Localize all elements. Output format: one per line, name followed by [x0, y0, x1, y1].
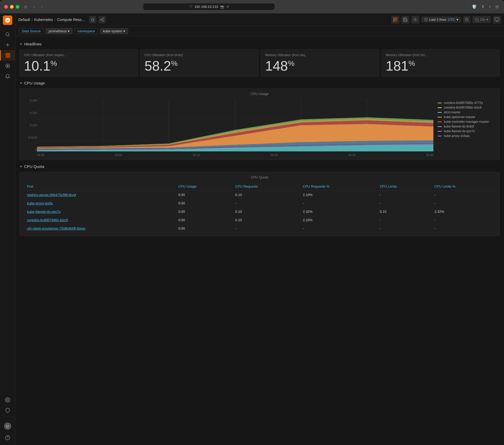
sidebar-item-add[interactable]: [0, 40, 15, 50]
sidebar-item-user[interactable]: U: [0, 420, 15, 432]
back-btn[interactable]: ‹: [32, 4, 36, 9]
stat-card-value-2: 148%: [265, 59, 375, 73]
shield-browser-btn[interactable]: 🛡️: [471, 3, 478, 10]
pod-name-2[interactable]: kube-flannel-ds-qsn7x: [24, 208, 175, 216]
chevron-down-icon-3: ▾: [68, 29, 70, 33]
minimize-button[interactable]: [10, 5, 14, 9]
legend-item-3[interactable]: kube-apiserver-master: [438, 115, 495, 119]
sidebar-item-alerting[interactable]: [0, 71, 15, 82]
legend-item-4[interactable]: kube-controller-manager-master: [438, 120, 495, 124]
maximize-button[interactable]: [16, 5, 19, 9]
pod-name-0[interactable]: metrics-server-85b475cf99-8nxjf: [24, 191, 175, 199]
cpu-quota-table: Pod CPU Usage CPU Requests CPU Requests …: [24, 182, 495, 233]
refresh-btn[interactable]: 10s ▾: [472, 16, 491, 23]
cpu-quota-section-header[interactable]: ▼ CPU Quota: [19, 164, 500, 169]
sidebar-item-dashboards[interactable]: [0, 50, 15, 61]
namespace-filter-tag[interactable]: namespace: [75, 28, 98, 34]
sidebar-item-settings[interactable]: [0, 395, 15, 405]
y-label-3: 0.0500: [24, 136, 37, 139]
new-tab-btn[interactable]: +: [488, 3, 492, 10]
datasource-filter-tag[interactable]: Data Source: [19, 28, 44, 34]
legend-item-6[interactable]: kube-flannel-ds-qsn7x: [438, 129, 495, 133]
breadcrumb-default[interactable]: Default: [18, 18, 30, 22]
cpu-requests-pct-1: -: [300, 199, 377, 208]
stat-card-3: Memory Utilisation (from lim... 181%: [381, 49, 500, 77]
cpu-usage-toggle-icon: ▼: [19, 81, 23, 85]
pod-name-4[interactable]: nfs-client-provisioner-75dfb4b5ff-6lxwv: [24, 224, 175, 233]
reload-icon[interactable]: ↺: [226, 5, 229, 9]
save-btn[interactable]: [401, 16, 409, 24]
breadcrumb-page: Compute Reso...: [57, 18, 85, 22]
cpu-requests-pct-0: 2.10%: [300, 191, 377, 199]
datasource-filter-label: Data Source: [22, 29, 41, 33]
col-header-cpu-limits-pct[interactable]: CPU Limits %: [431, 182, 495, 191]
pod-name-3[interactable]: coredns-6c8957686c-klzc8: [24, 216, 175, 224]
sidebar-item-shield[interactable]: [0, 405, 15, 416]
legend-label-4: kube-controller-manager-master: [444, 120, 489, 124]
tabs-btn[interactable]: ⊞: [494, 3, 500, 10]
sidebar: U: [0, 13, 15, 445]
time-range-btn[interactable]: Last 1 hour UTC ▾: [421, 17, 461, 23]
legend-item-5[interactable]: kube-flannel-ds-8v82f: [438, 125, 495, 128]
table-row: metrics-server-85b475cf99-8nxjf 0.00 0.1…: [24, 191, 495, 199]
col-header-cpu-limits[interactable]: CPU Limits: [377, 182, 431, 191]
headlines-section-header[interactable]: ▼ Headlines: [19, 42, 500, 46]
cpu-limits-4: -: [377, 224, 431, 233]
sidebar-item-search[interactable]: [0, 29, 15, 40]
breadcrumb-kubernetes[interactable]: Kubernetes: [34, 18, 53, 22]
legend-color-6: [438, 131, 442, 132]
col-header-cpu-requests-pct[interactable]: CPU Requests %: [300, 182, 377, 191]
cpu-requests-4: -: [232, 224, 300, 233]
tv-btn[interactable]: [493, 16, 501, 24]
y-label-0: 0.200: [24, 99, 37, 102]
y-label-4: 0: [24, 148, 37, 151]
share-dashboard-btn[interactable]: [98, 16, 106, 23]
address-text: 192.168.10.210: [195, 5, 218, 9]
traffic-lights: [4, 5, 19, 9]
svg-marker-10: [7, 65, 8, 67]
svg-point-1: [6, 33, 9, 36]
stat-card-value-1: 58.2%: [145, 59, 254, 73]
y-label-2: 0.100: [24, 124, 37, 127]
cpu-requests-3: 0.10: [232, 216, 300, 224]
svg-point-25: [415, 19, 416, 20]
pod-name-1[interactable]: kube-proxy-jsx8x: [24, 199, 175, 208]
x-label-0: 04:50: [37, 153, 44, 157]
svg-line-19: [102, 19, 103, 19]
svg-point-15: [103, 18, 104, 19]
legend-label-3: kube-apiserver-master: [444, 115, 475, 119]
stat-cards-row: CPU Utilisation (from reques... 10.1% CP…: [19, 49, 500, 77]
legend-item-7[interactable]: kube-proxy-2c6qw: [438, 134, 495, 138]
sidebar-item-explore[interactable]: [0, 61, 15, 71]
legend-color-1: [438, 107, 442, 108]
cpu-usage-section-header[interactable]: ▼ CPU Usage: [19, 81, 500, 85]
close-button[interactable]: [4, 5, 8, 9]
col-header-cpu-requests[interactable]: CPU Requests: [232, 182, 300, 191]
star-btn[interactable]: [89, 16, 96, 23]
datasource-dropdown[interactable]: prometheus ▾: [46, 28, 72, 34]
cpu-requests-pct-4: -: [300, 224, 377, 233]
col-header-cpu-usage[interactable]: CPU Usage: [175, 182, 232, 191]
forward-btn[interactable]: ›: [40, 4, 44, 9]
panel-add-btn[interactable]: [391, 16, 399, 24]
filterbar: Data Source prometheus ▾ namespace kube-…: [15, 26, 504, 36]
address-bar[interactable]: 🛡 192.168.10.210 📷 ↺: [143, 3, 275, 10]
legend-label-0: coredns-6c8957686c-4772x: [444, 101, 483, 105]
grafana-logo[interactable]: [3, 15, 12, 25]
cpu-usage-panel: CPU Usage 0.200 0.150 0.100 0.0500 0: [19, 88, 500, 160]
x-label-1: 05:00: [115, 153, 122, 157]
namespace-dropdown[interactable]: kube-system ▾: [100, 28, 128, 34]
legend-item-0[interactable]: coredns-6c8957686c-4772x: [438, 101, 495, 105]
sidebar-item-help[interactable]: [0, 432, 15, 443]
legend-label-6: kube-flannel-ds-qsn7x: [444, 129, 475, 133]
cpu-requests-0: 0.10: [232, 191, 300, 199]
legend-item-1[interactable]: coredns-6c8957686c-klzc8: [438, 106, 495, 109]
stat-card-title-3: Memory Utilisation (from lim...: [386, 53, 496, 57]
col-header-pod[interactable]: Pod: [24, 182, 175, 191]
sidebar-toggle-btn[interactable]: ⊟: [23, 4, 29, 9]
breadcrumb: Default / Kubernetes / Compute Reso...: [18, 18, 85, 22]
share-btn[interactable]: ⬆: [480, 3, 486, 10]
zoom-out-btn[interactable]: [463, 16, 470, 23]
legend-item-2[interactable]: etcd-master: [438, 110, 495, 114]
settings-btn[interactable]: [411, 16, 419, 24]
